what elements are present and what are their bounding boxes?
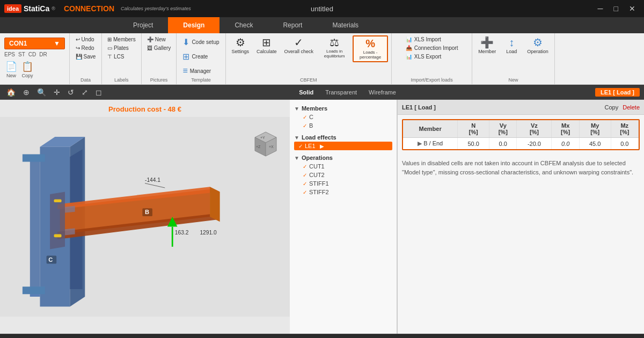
operations-header[interactable]: ▼ Operations xyxy=(294,153,392,162)
operation-stiff2[interactable]: ✓ STIFF2 xyxy=(294,188,392,196)
add-load-button[interactable]: ↕ Load xyxy=(502,35,521,56)
table-header-row: Member N[%] Vy[%] Vz[%] Mx[%] My[%] Mz[%… xyxy=(403,120,639,138)
section-button[interactable]: ◻ xyxy=(93,87,104,98)
lcs-button[interactable]: ⊤ LCS xyxy=(105,53,138,61)
home-view-button[interactable]: 🏠 xyxy=(4,87,18,98)
delete-load-button[interactable]: Delete xyxy=(623,104,640,111)
table-row: ▶ B / End 50.0 0.0 -20.0 0.0 45.0 0.0 xyxy=(403,138,639,150)
maximize-button[interactable]: □ xyxy=(610,3,623,14)
copy-button[interactable]: 📋 Copy xyxy=(20,60,34,79)
undo-button[interactable]: ↩ Undo xyxy=(74,35,98,43)
import-export-group: 📊 XLS Import 📥 Connection Import 📊 XLS E… xyxy=(392,33,472,84)
members-tree-header[interactable]: ▼ Members xyxy=(294,104,392,113)
operation-stiff1[interactable]: ✓ STIFF1 xyxy=(294,179,392,188)
pan-button[interactable]: ✛ xyxy=(52,87,62,98)
cell-vz[interactable]: -20.0 xyxy=(517,138,552,150)
cell-n[interactable]: 50.0 xyxy=(458,138,489,150)
template-group: ⬇ Code setup ⊞ Create ≡ Manager Template xyxy=(177,33,225,84)
code-setup-button[interactable]: ⚙ Settings xyxy=(229,35,252,56)
operation-cut2[interactable]: ✓ CUT2 xyxy=(294,171,392,179)
svg-text:+Y: +Y xyxy=(260,136,265,139)
cube-navigator[interactable]: +Y +Z +X xyxy=(250,127,282,159)
rotate-button[interactable]: ↺ xyxy=(65,87,76,98)
svg-text:+Z: +Z xyxy=(256,145,261,149)
con-labels: EPS ST CD DR xyxy=(4,52,65,57)
svg-text:-144.1: -144.1 xyxy=(145,177,160,183)
production-cost: Production cost - 48 € xyxy=(108,105,181,113)
operations-section: ▼ Operations ✓ CUT1 ✓ CUT2 ✓ STIFF1 ✓ ST… xyxy=(294,153,392,196)
cell-vy[interactable]: 0.0 xyxy=(489,138,517,150)
transparent-view-button[interactable]: Transparent xyxy=(321,88,361,97)
new-button[interactable]: 📄 New xyxy=(4,60,18,79)
minimize-button[interactable]: ─ xyxy=(594,3,608,14)
template-group-label: Template xyxy=(180,77,222,84)
member-b-item[interactable]: ✓ B xyxy=(294,121,392,130)
redo-button[interactable]: ↪ Redo xyxy=(74,44,98,52)
copy-load-button[interactable]: Copy xyxy=(605,104,619,111)
close-button[interactable]: ✕ xyxy=(625,3,640,14)
tab-design[interactable]: Design xyxy=(168,17,219,33)
title-bar: idea StatiCa® CONNECTION Calculates yest… xyxy=(0,0,644,17)
zoom-fit-button[interactable]: ⊕ xyxy=(21,87,32,98)
zoom-button[interactable]: 🔍 xyxy=(35,87,48,98)
xls-export-button[interactable]: 📊 XLS Export xyxy=(404,53,460,61)
ribbon: CON1 ▼ EPS ST CD DR 📄 New 📋 Copy ↩ xyxy=(0,33,644,85)
tab-project[interactable]: Project xyxy=(118,17,168,33)
cell-mx: 0.0 xyxy=(552,138,579,150)
member-c-item[interactable]: ✓ C xyxy=(294,113,392,121)
load-effect-le1[interactable]: ✓ LE1 ▶ xyxy=(294,142,392,150)
con-dropdown[interactable]: CON1 ▼ xyxy=(4,38,65,49)
cell-mz[interactable]: 0.0 xyxy=(611,138,638,150)
settings-button[interactable]: ⚖ Loads in equilibrium xyxy=(318,35,350,60)
tab-materials[interactable]: Materials xyxy=(317,17,374,33)
viewport[interactable]: Production cost - 48 € xyxy=(0,100,290,334)
wireframe-view-button[interactable]: Wireframe xyxy=(364,88,400,97)
add-operation-button[interactable]: ⚙ Operation xyxy=(524,35,551,56)
xls-import-button[interactable]: 📊 XLS Import xyxy=(404,35,460,43)
history-group: ↩ Undo ↪ Redo 💾 Save Data xyxy=(70,33,102,84)
solid-view-button[interactable]: Solid xyxy=(295,88,318,97)
tab-check[interactable]: Check xyxy=(219,17,268,33)
svg-marker-13 xyxy=(210,187,220,222)
loads-percentage-button[interactable]: % Loads - percentage xyxy=(353,35,388,62)
operation-cut1[interactable]: ✓ CUT1 xyxy=(294,162,392,171)
loads-table: Member N[%] Vy[%] Vz[%] Mx[%] My[%] Mz[%… xyxy=(402,119,640,150)
right-panel-header: LE1 [ Load ] Copy Delete xyxy=(398,100,644,115)
tab-report[interactable]: Report xyxy=(268,17,317,33)
new-items-label: New xyxy=(475,77,551,84)
right-panel: LE1 [ Load ] Copy Delete Member N[%] Vy[… xyxy=(397,100,644,334)
overall-check-button[interactable]: ✓ Overall check xyxy=(282,35,317,56)
svg-marker-9 xyxy=(23,286,45,294)
status-bar: Design code: EN Analysis: Stress, strain… xyxy=(0,334,644,338)
logo-staticа-text: StatiCa xyxy=(24,4,49,13)
load-effects-header[interactable]: ▼ Load effects xyxy=(294,133,392,142)
manager-button[interactable]: ≡ Manager xyxy=(180,64,222,77)
connection-import-button[interactable]: 📥 Connection Import xyxy=(404,44,460,52)
apply-button[interactable]: ⬇ Code setup xyxy=(180,35,222,49)
new-picture-button[interactable]: ➕ New xyxy=(145,35,173,43)
svg-text:163.2: 163.2 xyxy=(175,230,189,236)
labels-group-label: Labels xyxy=(105,77,138,84)
plates-button[interactable]: ▭ Plates xyxy=(105,44,138,52)
add-member-button[interactable]: ➕ Member xyxy=(475,35,499,56)
data-group-label: Data xyxy=(73,77,98,84)
svg-text:C: C xyxy=(48,256,53,263)
cell-my[interactable]: 45.0 xyxy=(579,138,611,150)
cbfem-group: ⚙ Settings ⊞ Calculate ✓ Overall check ⚖… xyxy=(226,33,392,84)
svg-marker-28 xyxy=(65,228,75,235)
members-button[interactable]: ⊞ Members xyxy=(105,35,138,43)
calculate-button[interactable]: ⊞ Calculate xyxy=(254,35,280,56)
col-mx: Mx[%] xyxy=(552,120,579,138)
fullscreen-button[interactable]: ⤢ xyxy=(79,87,90,98)
col-mz: Mz[%] xyxy=(611,120,638,138)
members-section: ▼ Members ✓ C ✓ B xyxy=(294,104,392,130)
create-button[interactable]: ⊞ Create xyxy=(180,50,222,63)
gallery-button[interactable]: 🖼 Gallery xyxy=(145,44,173,52)
svg-text:B: B xyxy=(145,209,149,215)
load-effects-section: ▼ Load effects ✓ LE1 ▶ xyxy=(294,133,392,150)
row-expand-icon[interactable]: ▶ xyxy=(418,140,422,146)
cbfem-group-label: CBFEM xyxy=(229,77,389,84)
save-button[interactable]: 💾 Save xyxy=(74,53,98,61)
col-n: N[%] xyxy=(458,120,489,138)
col-vy: Vy[%] xyxy=(489,120,517,138)
